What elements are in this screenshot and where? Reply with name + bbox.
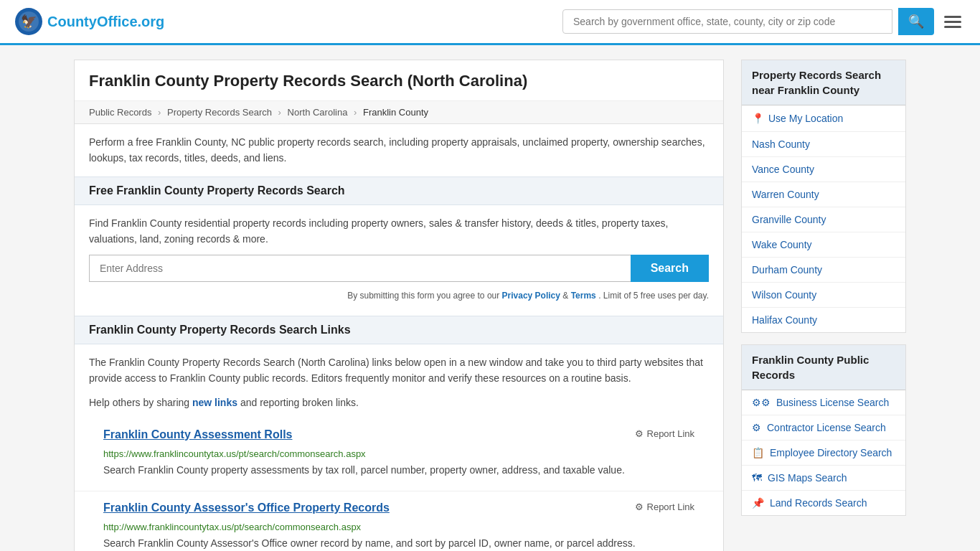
sidebar: Property Records Search near Franklin Co… (741, 60, 906, 527)
free-search-section-body: Find Franklin County residential propert… (75, 205, 723, 316)
sidebar-county-item-3: Granville County (742, 207, 905, 232)
book-icon: 📋 (752, 447, 764, 458)
global-search-wrap: 🔍 (562, 8, 966, 35)
sidebar-county-item-5: Durham County (742, 258, 905, 283)
main-content: Franklin County Property Records Search … (74, 60, 724, 551)
use-my-location-link[interactable]: Use My Location (768, 113, 843, 124)
search-icon: 🔍 (908, 14, 924, 29)
global-search-button[interactable]: 🔍 (898, 8, 934, 35)
breadcrumb-current: Franklin County (363, 107, 428, 118)
report-link-button-1[interactable]: ⚙ Report Link (635, 501, 694, 512)
sidebar-county-link-4[interactable]: Wake County (742, 232, 905, 257)
link-block-0: Franklin County Assessment Rolls ⚙ Repor… (75, 418, 723, 491)
sidebar-county-link-0[interactable]: Nash County (742, 132, 905, 156)
sidebar-public-item-2: 📋 Employee Directory Search (742, 441, 905, 466)
sidebar-public-item-3: 🗺 GIS Maps Search (742, 466, 905, 491)
sidebar-nearby-section: Property Records Search near Franklin Co… (741, 60, 906, 333)
main-layout: Franklin County Property Records Search … (60, 45, 920, 551)
sidebar-county-link-6[interactable]: Wilson County (742, 283, 905, 307)
terms-link[interactable]: Terms (571, 291, 596, 301)
sidebar-county-item-7: Halifax County (742, 308, 905, 332)
address-search-row: Search (89, 255, 709, 282)
free-search-section-header: Free Franklin County Property Records Se… (75, 176, 723, 205)
link-url-0: https://www.franklincountytax.us/pt/sear… (103, 448, 694, 459)
public-records-list: ⚙⚙ Business License Search ⚙ Contractor … (742, 390, 905, 515)
new-links-line: Help others by sharing new links and rep… (75, 397, 723, 418)
land-icon: 📌 (752, 497, 764, 509)
link-block-1: Franklin County Assessor's Office Proper… (75, 491, 723, 551)
sidebar-county-item-0: Nash County (742, 132, 905, 157)
disclaimer-suffix: . Limit of 5 free uses per day. (598, 291, 709, 301)
sidebar-county-link-5[interactable]: Durham County (742, 258, 905, 282)
report-link-button-0[interactable]: ⚙ Report Link (635, 428, 694, 439)
svg-text:🦅: 🦅 (21, 14, 37, 29)
breadcrumb-link-nc[interactable]: North Carolina (288, 107, 348, 118)
link-title-1[interactable]: Franklin County Assessor's Office Proper… (103, 501, 390, 514)
form-disclaimer: By submitting this form you agree to our… (89, 286, 709, 306)
links-section-header: Franklin County Property Records Search … (75, 316, 723, 344)
link-title-0[interactable]: Franklin County Assessment Rolls (103, 428, 292, 441)
breadcrumb-link-public-records[interactable]: Public Records (89, 107, 151, 118)
hamburger-menu-button[interactable] (940, 11, 966, 32)
sidebar-public-link-0[interactable]: ⚙⚙ Business License Search (742, 390, 905, 415)
sidebar-public-item-4: 📌 Land Records Search (742, 491, 905, 515)
links-section-description: The Franklin County Property Records Sea… (89, 354, 709, 387)
sidebar-county-link-7[interactable]: Halifax County (742, 308, 905, 332)
sidebar-public-link-4[interactable]: 📌 Land Records Search (742, 491, 905, 515)
logo-brand: CountyOffice (47, 14, 138, 29)
new-links-anchor[interactable]: new links (192, 397, 237, 408)
site-header: 🦅 CountyOffice.org 🔍 (0, 0, 980, 45)
page-title: Franklin County Property Records Search … (75, 60, 723, 101)
sidebar-public-link-1[interactable]: ⚙ Contractor License Search (742, 415, 905, 440)
report-icon-1: ⚙ (635, 501, 644, 512)
logo-suffix: .org (138, 14, 165, 29)
gear-icon-0: ⚙⚙ (752, 397, 771, 408)
sidebar-nearby-title: Property Records Search near Franklin Co… (742, 60, 905, 105)
link-url-1: http://www.franklincountytax.us/pt/searc… (103, 522, 694, 532)
logo-text: CountyOffice.org (47, 14, 164, 30)
address-input[interactable] (89, 255, 631, 282)
link-desc-0: Search Franklin County property assessme… (103, 462, 694, 478)
free-search-description: Find Franklin County residential propert… (89, 215, 709, 248)
pin-icon: 📍 (752, 113, 764, 124)
sidebar-public-link-3[interactable]: 🗺 GIS Maps Search (742, 466, 905, 490)
sidebar-county-link-1[interactable]: Vance County (742, 157, 905, 182)
sidebar-county-item-6: Wilson County (742, 283, 905, 308)
address-search-button[interactable]: Search (631, 255, 709, 282)
sidebar-public-link-2[interactable]: 📋 Employee Directory Search (742, 441, 905, 465)
sidebar-public-item-1: ⚙ Contractor License Search (742, 415, 905, 441)
sidebar-county-item-2: Warren County (742, 182, 905, 207)
use-my-location-item: 📍 Use My Location (742, 105, 905, 132)
gear-icon-1: ⚙ (752, 422, 761, 433)
link-desc-1: Search Franklin County Assessor's Office… (103, 535, 694, 551)
sidebar-public-item-0: ⚙⚙ Business License Search (742, 390, 905, 415)
global-search-input[interactable] (562, 9, 892, 34)
map-icon: 🗺 (752, 472, 762, 484)
sidebar-county-link-2[interactable]: Warren County (742, 182, 905, 207)
logo: 🦅 CountyOffice.org (14, 7, 164, 36)
breadcrumb-link-property-records[interactable]: Property Records Search (167, 107, 272, 118)
report-icon-0: ⚙ (635, 428, 644, 439)
privacy-policy-link[interactable]: Privacy Policy (502, 291, 560, 301)
sidebar-county-item-1: Vance County (742, 157, 905, 182)
page-description: Perform a free Franklin County, NC publi… (75, 124, 723, 176)
sidebar-public-records-title: Franklin County Public Records (742, 345, 905, 390)
nearby-counties-list: Nash County Vance County Warren County G… (742, 132, 905, 332)
disclaimer-text: By submitting this form you agree to our (347, 291, 499, 301)
sidebar-county-item-4: Wake County (742, 232, 905, 258)
sidebar-county-link-3[interactable]: Granville County (742, 207, 905, 232)
breadcrumb: Public Records › Property Records Search… (75, 101, 723, 124)
sidebar-public-records-section: Franklin County Public Records ⚙⚙ Busine… (741, 344, 906, 516)
links-section-desc: The Franklin County Property Records Sea… (75, 344, 723, 397)
logo-icon: 🦅 (14, 7, 43, 36)
